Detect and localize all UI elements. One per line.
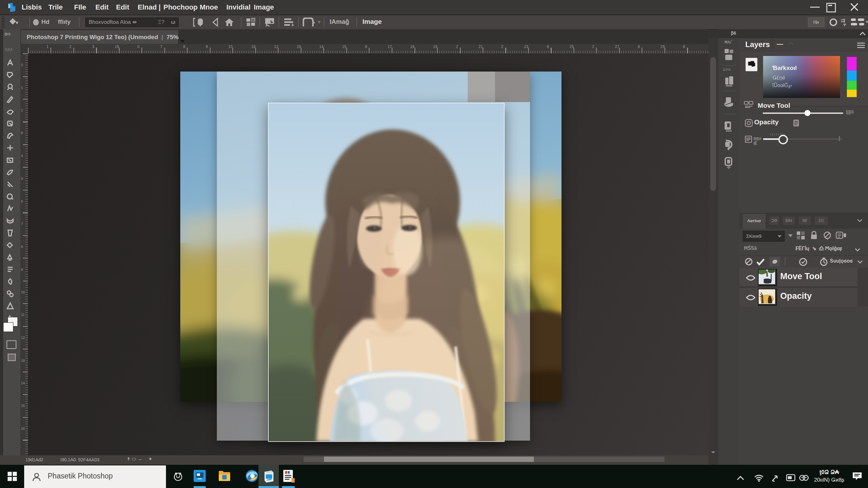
svg-text:!: ! <box>292 479 293 482</box>
svg-text:ĩŨoαłĞ℘: ĩŨoαłĞ℘ <box>772 82 792 88</box>
svg-text:Ǥ£ņé: Ǥ£ņé <box>773 75 785 81</box>
svg-text:Ɓaŕkxoıl: Ɓaŕkxoıl <box>772 64 797 71</box>
